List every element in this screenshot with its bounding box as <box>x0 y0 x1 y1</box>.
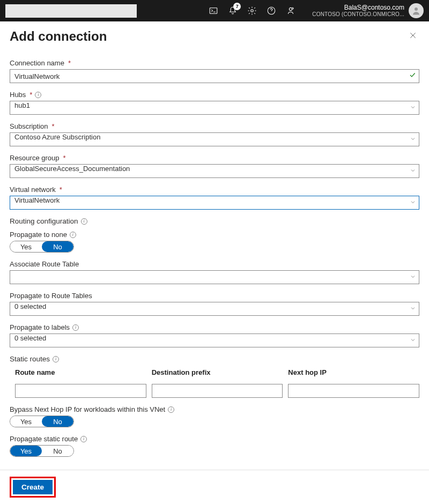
destination-prefix-header: Destination prefix <box>152 368 283 376</box>
bypass-toggle[interactable]: Yes No <box>10 416 74 427</box>
label-associate-route-table: Associate Route Table <box>10 260 419 268</box>
notification-badge: 7 <box>233 3 241 10</box>
top-header: 7 BalaS@contoso.com CONTOSO (CONTOSO.ONM… <box>0 0 429 21</box>
field-resource-group: Resource group* GlobalSecureAccess_Docum… <box>10 154 419 178</box>
route-name-column: Route name <box>15 368 146 398</box>
field-propagate-none: Propagate to none i Yes No <box>10 231 419 253</box>
svg-point-4 <box>415 8 418 11</box>
footer: Create <box>0 470 429 504</box>
subscription-select[interactable]: Contoso Azure Subscription <box>10 132 419 146</box>
close-button[interactable] <box>409 31 419 42</box>
cloud-shell-icon[interactable] <box>208 5 219 16</box>
search-placeholder-box[interactable] <box>5 4 137 18</box>
info-icon[interactable]: i <box>35 92 41 98</box>
svg-point-1 <box>251 10 254 12</box>
propagate-static-yes[interactable]: Yes <box>10 446 42 456</box>
label-connection-name: Connection name* <box>10 59 419 67</box>
svg-point-3 <box>290 8 292 10</box>
resource-group-select[interactable]: GlobalSecureAccess_Documentation <box>10 164 419 178</box>
user-account[interactable]: BalaS@contoso.com CONTOSO (CONTOSO.ONMIC… <box>312 3 424 18</box>
field-subscription: Subscription* Contoso Azure Subscription <box>10 122 419 146</box>
field-connection-name: Connection name* <box>10 59 419 83</box>
route-name-input[interactable] <box>15 384 146 398</box>
next-hop-ip-header: Next hop IP <box>288 368 419 376</box>
notifications-icon[interactable]: 7 <box>227 5 238 16</box>
user-email: BalaS@contoso.com <box>312 4 404 11</box>
bypass-yes[interactable]: Yes <box>10 416 42 427</box>
info-icon[interactable]: i <box>81 218 87 225</box>
label-static-routes: Static routes i <box>10 355 419 363</box>
info-icon[interactable]: i <box>72 324 79 331</box>
field-propagate-route-tables: Propagate to Route Tables 0 selected <box>10 292 419 316</box>
label-virtual-network: Virtual network* <box>10 186 419 194</box>
bypass-no[interactable]: No <box>42 416 73 427</box>
create-highlight: Create <box>10 477 56 498</box>
user-text: BalaS@contoso.com CONTOSO (CONTOSO.ONMIC… <box>312 4 404 17</box>
propagate-none-toggle[interactable]: Yes No <box>10 241 74 253</box>
settings-icon[interactable] <box>247 5 257 16</box>
static-routes-grid: Route name Destination prefix Next hop I… <box>10 368 419 398</box>
create-button[interactable]: Create <box>13 480 53 494</box>
panel-heading: Add connection <box>10 29 419 44</box>
label-resource-group: Resource group* <box>10 154 419 162</box>
propagate-static-toggle[interactable]: Yes No <box>10 445 74 457</box>
propagate-none-yes[interactable]: Yes <box>10 241 42 252</box>
next-hop-ip-input[interactable] <box>288 384 419 398</box>
hubs-select[interactable]: hub1 <box>10 101 419 115</box>
help-icon[interactable] <box>266 5 277 16</box>
label-hubs: Hubs* i <box>10 91 419 99</box>
info-icon[interactable]: i <box>70 232 76 238</box>
add-connection-panel: Add connection Connection name* Hubs* i … <box>0 21 429 470</box>
label-bypass-next-hop: Bypass Next Hop IP for workloads within … <box>10 405 419 413</box>
info-icon[interactable]: i <box>53 356 59 362</box>
feedback-icon[interactable] <box>285 5 296 16</box>
avatar <box>409 3 424 18</box>
required-star: * <box>68 59 71 67</box>
page-title: Add connection <box>10 29 107 44</box>
field-bypass-next-hop: Bypass Next Hop IP for workloads within … <box>10 405 419 427</box>
propagate-static-no[interactable]: No <box>42 446 73 456</box>
destination-prefix-input[interactable] <box>152 384 283 398</box>
propagate-none-no[interactable]: No <box>42 241 73 252</box>
header-actions: 7 BalaS@contoso.com CONTOSO (CONTOSO.ONM… <box>208 3 424 18</box>
propagate-route-tables-select[interactable]: 0 selected <box>10 302 419 316</box>
label-routing-configuration: Routing configuration i <box>10 217 419 225</box>
label-propagate-route-tables: Propagate to Route Tables <box>10 292 419 300</box>
route-name-header: Route name <box>15 368 146 376</box>
next-hop-ip-column: Next hop IP <box>288 368 419 398</box>
associate-route-table-select[interactable] <box>10 270 419 284</box>
connection-name-input[interactable] <box>10 69 419 83</box>
svg-rect-0 <box>210 8 218 14</box>
virtual-network-select[interactable]: VirtualNetwork <box>10 196 419 210</box>
field-propagate-labels: Propagate to labels i 0 selected <box>10 323 419 347</box>
label-propagate-none: Propagate to none i <box>10 231 419 239</box>
label-subscription: Subscription* <box>10 122 419 130</box>
label-propagate-static-route: Propagate static route i <box>10 435 419 443</box>
field-propagate-static-route: Propagate static route i Yes No <box>10 435 419 457</box>
info-icon[interactable]: i <box>80 436 87 442</box>
propagate-labels-select[interactable]: 0 selected <box>10 333 419 347</box>
field-hubs: Hubs* i hub1 <box>10 91 419 115</box>
user-tenant: CONTOSO (CONTOSO.ONMICRO... <box>312 11 404 17</box>
field-virtual-network: Virtual network* VirtualNetwork <box>10 186 419 210</box>
field-associate-route-table: Associate Route Table <box>10 260 419 284</box>
destination-prefix-column: Destination prefix <box>152 368 283 398</box>
label-propagate-labels: Propagate to labels i <box>10 323 419 331</box>
info-icon[interactable]: i <box>168 406 174 413</box>
